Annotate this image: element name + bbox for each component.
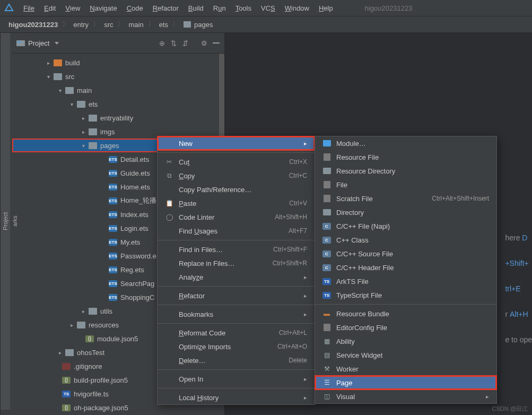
minimize-icon[interactable] <box>212 39 220 47</box>
menu-icon <box>165 343 173 350</box>
gear-icon[interactable]: ⚙ <box>200 39 208 47</box>
menu-view[interactable]: View <box>61 3 84 13</box>
menu-icon <box>165 273 173 281</box>
tree-folder-ets[interactable]: ets <box>12 97 224 111</box>
submenu-item-page[interactable]: ☰Page <box>315 376 496 390</box>
chevron-down-icon[interactable] <box>55 42 59 45</box>
folder-icon <box>323 168 331 174</box>
menu-icon <box>165 310 173 318</box>
menu-item-copy[interactable]: ⧉CopyCtrl+C <box>158 169 315 183</box>
submenu-item-directory[interactable]: Directory <box>315 205 496 219</box>
c-icon: C <box>322 237 331 244</box>
menu-item-code-linter[interactable]: ◯Code LinterAlt+Shift+H <box>158 210 315 224</box>
submenu-item-c-c-file-napi-[interactable]: CC/C++ File (Napi) <box>315 219 496 233</box>
menu-icon <box>165 140 173 147</box>
menu-item-find-usages[interactable]: Find UsagesAlt+F7 <box>158 224 315 238</box>
submenu-item-c-c-source-file[interactable]: CC/C++ Source File <box>315 247 496 261</box>
menu-item-bookmarks[interactable]: Bookmarks▸ <box>158 307 315 321</box>
submenu-item-worker[interactable]: ⚒Worker <box>315 362 496 376</box>
tree-folder-src[interactable]: src <box>12 70 224 83</box>
folder-icon <box>65 87 74 94</box>
submenu-item-visual[interactable]: ◫Visual▸ <box>315 390 496 403</box>
json-icon: {} <box>85 335 94 342</box>
menu-item-copy-path-reference-[interactable]: Copy Path/Reference… <box>158 183 315 196</box>
submenu-item-file[interactable]: File <box>315 178 496 192</box>
menu-item-optimize-imports[interactable]: Optimize ImportsCtrl+Alt+O <box>158 340 315 353</box>
crumb-main[interactable]: main <box>124 20 147 30</box>
menu-build[interactable]: Build <box>184 3 208 13</box>
crumb-entry[interactable]: entry <box>69 20 93 30</box>
menu-item-replace-in-files-[interactable]: Replace in Files…Ctrl+Shift+R <box>158 256 315 270</box>
menu-item-cut[interactable]: ✂CutCtrl+X <box>158 155 315 169</box>
menu-edit[interactable]: Edit <box>40 3 60 13</box>
menu-item-find-in-files-[interactable]: Find in Files…Ctrl+Shift+F <box>158 243 315 256</box>
submenu-item-resource-directory[interactable]: Resource Directory <box>315 164 496 178</box>
file-icon <box>324 153 330 161</box>
submenu-item-c-class[interactable]: CC++ Class <box>315 233 496 247</box>
menu-icon: 📋 <box>165 200 173 207</box>
crumb-src[interactable]: src <box>100 20 117 30</box>
new-submenu[interactable]: Module…Resource FileResource DirectoryFi… <box>315 136 497 404</box>
project-panel-header: Project ⊕ ⇅ ⇵ ⚙ <box>12 33 224 54</box>
submenu-item-editorconfig-file[interactable]: EditorConfig File <box>315 321 496 334</box>
ets-icon: ETS <box>109 239 117 246</box>
submenu-item-resource-bundle[interactable]: ▬Resource Bundle <box>315 307 496 321</box>
menu-refactor[interactable]: Refactor <box>149 3 183 13</box>
menu-help[interactable]: Help <box>315 3 337 13</box>
menu-item-paste[interactable]: 📋PasteCtrl+V <box>158 196 315 210</box>
watermark: CSDN @田江 <box>492 405 528 413</box>
context-menu[interactable]: New▸✂CutCtrl+X⧉CopyCtrl+CCopy Path/Refer… <box>157 136 315 405</box>
menu-item-local-history[interactable]: Local History▸ <box>158 391 315 404</box>
collapse-icon[interactable]: ⇵ <box>181 39 189 47</box>
submenu-item-service-widget[interactable]: ▤Service Widget <box>315 348 496 362</box>
json-icon: {} <box>62 377 71 384</box>
folder-icon <box>184 21 191 28</box>
json-icon: {} <box>62 404 71 411</box>
crumb-root[interactable]: higou20231223 <box>4 20 62 30</box>
menu-icon <box>165 260 173 267</box>
ts-icon: TS <box>62 391 71 397</box>
crumb-pages[interactable]: pages <box>179 20 217 30</box>
locate-icon[interactable]: ⊕ <box>158 39 166 47</box>
menu-code[interactable]: Code <box>123 3 147 13</box>
submenu-item-resource-file[interactable]: Resource File <box>315 150 496 164</box>
app-logo-icon <box>4 3 14 13</box>
tree-folder-main[interactable]: main <box>12 83 224 97</box>
menu-navigate[interactable]: Navigate <box>85 3 121 13</box>
crumb-ets[interactable]: ets <box>155 20 172 30</box>
tree-folder-build[interactable]: build <box>12 56 224 70</box>
tree-folder-entryability[interactable]: entryability <box>12 111 224 125</box>
ets-icon: ETS <box>109 170 117 177</box>
submenu-item-module-[interactable]: Module… <box>315 136 496 150</box>
expand-icon[interactable]: ⇅ <box>169 39 178 47</box>
folder-icon <box>89 115 97 122</box>
menu-item-delete-[interactable]: Delete…Delete <box>158 353 315 367</box>
submenu-item-c-c-header-file[interactable]: CC/C++ Header File <box>315 261 496 274</box>
tool-window-bar: Project arks <box>0 33 12 415</box>
menu-tools[interactable]: Tools <box>231 3 256 13</box>
tab-project[interactable]: Project <box>1 33 10 410</box>
submenu-item-arkts-file[interactable]: TSArkTS File <box>315 274 496 288</box>
submenu-item-typescript-file[interactable]: TSTypeScript File <box>315 288 496 302</box>
menu-item-analyze[interactable]: Analyze▸ <box>158 270 315 284</box>
menu-item-new[interactable]: New▸ <box>158 136 315 150</box>
folder-icon <box>77 322 85 328</box>
menu-run[interactable]: Run <box>209 3 230 13</box>
menu-item-refactor[interactable]: Refactor▸ <box>158 289 315 302</box>
project-title[interactable]: Project <box>28 39 49 47</box>
scrollbar[interactable] <box>219 54 224 139</box>
file-icon <box>324 324 330 331</box>
menu-vcs[interactable]: VCS <box>257 3 280 13</box>
ets-icon: ETS <box>109 253 117 260</box>
submenu-item-scratch-file[interactable]: Scratch FileCtrl+Alt+Shift+Insert <box>315 192 496 205</box>
submenu-item-ability[interactable]: ▦Ability <box>315 334 496 348</box>
menu-item-open-in[interactable]: Open In▸ <box>158 372 315 386</box>
c-icon: C <box>322 250 331 257</box>
menu-item-reformat-code[interactable]: Reformat CodeCtrl+Alt+L <box>158 326 315 340</box>
ets-icon: ETS <box>109 184 117 191</box>
menu-icon <box>165 375 173 383</box>
page-icon: ☰ <box>324 379 330 386</box>
menu-file[interactable]: File <box>19 3 39 13</box>
menu-window[interactable]: Window <box>281 3 313 13</box>
folder-icon <box>89 142 97 149</box>
